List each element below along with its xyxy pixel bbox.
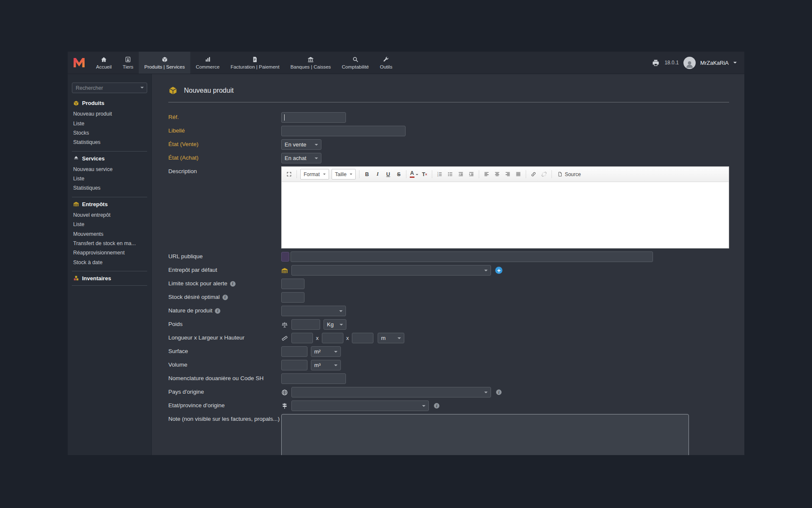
main-menu: Accueil Tiers Produits | Services Commer…: [91, 52, 398, 74]
field-label-province: Etat/province d'origine: [168, 402, 281, 409]
menu-banques[interactable]: Banques | Caisses: [285, 52, 337, 74]
strikethrough-button[interactable]: S: [394, 169, 403, 179]
source-button[interactable]: Source: [554, 171, 584, 177]
sidebar-header-produits[interactable]: Produits: [73, 100, 147, 106]
note-textarea[interactable]: [281, 414, 689, 455]
indent-icon: [469, 171, 474, 177]
sidebar-item-stock-a-date[interactable]: Stock à date: [73, 258, 147, 267]
remove-format-button[interactable]: Tx: [420, 169, 429, 179]
sidebar-item-liste-produits[interactable]: Liste: [73, 119, 147, 128]
menu-accueil[interactable]: Accueil: [91, 52, 117, 74]
libelle-input[interactable]: [281, 126, 406, 136]
section-inventaires: Inventaires: [68, 275, 151, 282]
menu-tiers[interactable]: Tiers: [117, 52, 139, 74]
limite-stock-input[interactable]: [281, 279, 304, 289]
text-color-button[interactable]: A: [409, 169, 419, 179]
align-right-button[interactable]: [503, 169, 513, 179]
app-logo[interactable]: [68, 52, 91, 74]
printer-icon[interactable]: [652, 59, 660, 67]
field-label-libelle: Libellé: [168, 127, 281, 135]
surface-input[interactable]: [281, 346, 307, 357]
dimensions-unit-select[interactable]: m: [378, 333, 404, 343]
numbered-list-button[interactable]: [435, 169, 444, 179]
field-label-limite-stock: Limite stock pour alerte i: [168, 280, 281, 287]
sidebar-item-nouveau-produit[interactable]: Nouveau produit: [73, 109, 147, 119]
form-row-surface: Surface m²: [168, 346, 729, 357]
longueur-input[interactable]: [291, 333, 313, 343]
sidebar-header-entrepots[interactable]: Entrepôts: [73, 201, 147, 207]
username[interactable]: MrZaKaRiA: [700, 60, 729, 66]
field-label-nomenclature: Nomenclature douanière ou Code SH: [168, 375, 281, 382]
align-justify-button[interactable]: [513, 169, 523, 179]
surface-unit-select[interactable]: m²: [311, 346, 341, 357]
sidebar-item-transfert-stock[interactable]: Transfert de stock en ma...: [73, 239, 147, 248]
wrench-icon: [383, 56, 389, 63]
sidebar-item-stocks[interactable]: Stocks: [73, 128, 147, 138]
ref-input[interactable]: [281, 112, 346, 123]
bell-icon: [73, 155, 79, 161]
sidebar-item-liste-entrepots[interactable]: Liste: [73, 220, 147, 229]
bold-button[interactable]: B: [362, 169, 372, 179]
etat-vente-select[interactable]: En vente: [281, 139, 321, 150]
bullet-list-button[interactable]: [445, 169, 455, 179]
form-row-etat-achat: État (Achat) En achat: [168, 153, 729, 163]
poids-unit-select[interactable]: Kg: [324, 319, 346, 330]
menu-commerce[interactable]: Commerce: [190, 52, 225, 74]
toolbar-separator: [526, 170, 526, 178]
section-title: Produits: [82, 100, 104, 106]
italic-button[interactable]: I: [373, 169, 382, 179]
field-label-note: Note (non visible sur les factures, prop…: [168, 416, 281, 423]
align-center-button[interactable]: [492, 169, 502, 179]
url-publique-input[interactable]: [291, 251, 653, 262]
sidebar-item-reapprovisionnement[interactable]: Réapprovisionnement: [73, 248, 147, 257]
editor-content-area[interactable]: [282, 182, 729, 248]
indent-button[interactable]: [466, 169, 476, 179]
sidebar-header-services[interactable]: Services: [73, 155, 147, 162]
etat-achat-select[interactable]: En achat: [281, 153, 321, 163]
align-left-button[interactable]: [482, 169, 491, 179]
form-row-poids: Poids Kg: [168, 319, 729, 330]
field-label-volume: Volume: [168, 362, 281, 369]
field-label-stock-optimal: Stock désiré optimal i: [168, 294, 281, 301]
menu-comptabilite[interactable]: Comptabilité: [336, 52, 374, 74]
volume-input[interactable]: [281, 360, 307, 370]
sidebar-header-inventaires[interactable]: Inventaires: [73, 275, 147, 282]
hauteur-input[interactable]: [352, 333, 373, 343]
entrepot-select[interactable]: [291, 265, 491, 276]
pays-origine-select[interactable]: [291, 387, 491, 398]
sidebar-item-nouvel-entrepot[interactable]: Nouvel entrepôt: [73, 210, 147, 220]
stock-optimal-input[interactable]: [281, 292, 304, 303]
volume-unit-select[interactable]: m³: [311, 360, 341, 370]
outdent-button[interactable]: [456, 169, 466, 179]
maximize-button[interactable]: [284, 169, 294, 179]
caret-down-icon: [323, 174, 326, 176]
search-input[interactable]: [72, 83, 147, 93]
link-icon: [531, 171, 536, 177]
sidebar-item-nouveau-service[interactable]: Nouveau service: [73, 165, 147, 174]
nomenclature-input[interactable]: [281, 373, 346, 384]
sidebar-item-statistiques-produits[interactable]: Statistiques: [73, 138, 147, 147]
menu-facturation[interactable]: Facturation | Paiement: [225, 52, 285, 74]
underline-button[interactable]: U: [383, 169, 393, 179]
menu-outils[interactable]: Outils: [374, 52, 398, 74]
sidebar-item-statistiques-services[interactable]: Statistiques: [73, 183, 147, 193]
menu-label: Accueil: [96, 64, 112, 69]
largeur-input[interactable]: [322, 333, 343, 343]
dims-separator: x: [346, 335, 349, 341]
etat-province-select[interactable]: [291, 400, 429, 411]
menu-produits-services[interactable]: Produits | Services: [139, 52, 190, 74]
avatar[interactable]: [683, 57, 696, 69]
nature-produit-select[interactable]: [281, 306, 346, 316]
unlink-button[interactable]: [539, 169, 549, 179]
field-label-poids: Poids: [168, 321, 281, 328]
chevron-down-icon[interactable]: [733, 62, 737, 65]
link-button[interactable]: [529, 169, 538, 179]
app-window: Accueil Tiers Produits | Services Commer…: [68, 52, 744, 455]
color-a-glyph: A: [410, 171, 414, 176]
sidebar-item-liste-services[interactable]: Liste: [73, 174, 147, 183]
format-combo[interactable]: Format: [300, 169, 329, 179]
add-warehouse-button[interactable]: +: [495, 267, 502, 274]
poids-input[interactable]: [291, 319, 320, 330]
taille-combo[interactable]: Taille: [332, 169, 356, 179]
sidebar-item-mouvements[interactable]: Mouvements: [73, 229, 147, 238]
